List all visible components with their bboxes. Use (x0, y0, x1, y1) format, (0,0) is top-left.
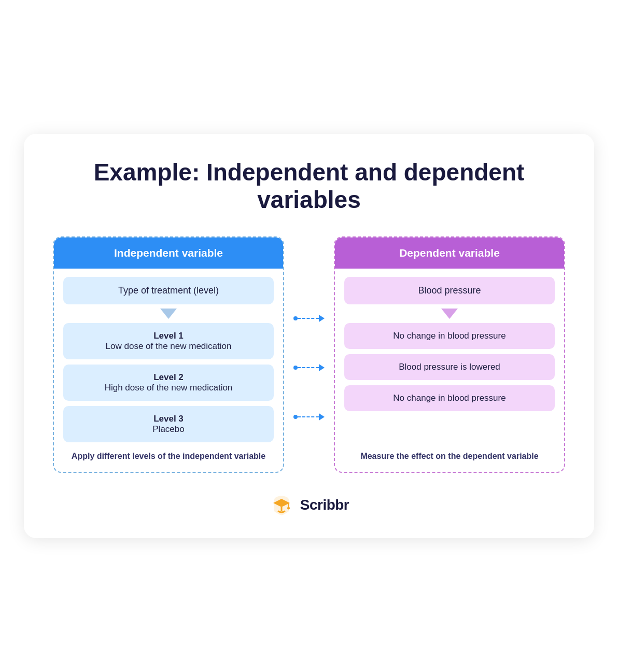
scribbr-name: Scribbr (300, 497, 349, 513)
dashed-line-1 (298, 318, 319, 319)
scribbr-logo-icon (269, 493, 294, 517)
blood-pressure-type-box: Blood pressure (344, 277, 555, 304)
level-3-box: Level 3 Placebo (63, 406, 274, 442)
arrowhead-1 (319, 315, 325, 322)
level-2-label: Level 2 (69, 372, 268, 383)
level-2-box: Level 2 High dose of the new medication (63, 365, 274, 401)
connector-arrow-3 (293, 413, 325, 421)
level-3-label: Level 3 (69, 414, 268, 424)
dot-3 (293, 415, 298, 419)
dot-2 (293, 366, 298, 370)
results-list: No change in blood pressure Blood pressu… (335, 323, 564, 442)
level-1-box: Level 1 Low dose of the new medication (63, 323, 274, 359)
level-1-desc: Low dose of the new medication (106, 341, 232, 351)
left-panel-footer: Apply different levels of the independen… (54, 442, 283, 471)
connector-middle (293, 236, 325, 472)
page-title: Example: Independent and dependent varia… (53, 159, 565, 214)
svg-point-2 (287, 507, 290, 509)
left-down-arrow (54, 309, 283, 319)
arrowhead-3 (319, 413, 325, 421)
independent-variable-header: Independent variable (54, 237, 283, 269)
right-panel: Dependent variable Blood pressure No cha… (334, 236, 565, 472)
dot-1 (293, 316, 298, 320)
level-2-desc: High dose of the new medication (105, 383, 233, 393)
right-panel-footer: Measure the effect on the dependent vari… (335, 442, 564, 471)
level-3-desc: Placebo (152, 424, 184, 434)
dashed-line-3 (298, 416, 319, 417)
arrowhead-2 (319, 364, 325, 371)
levels-list: Level 1 Low dose of the new medication L… (54, 323, 283, 442)
connector-arrow-2 (293, 364, 325, 371)
right-down-arrow (335, 309, 564, 319)
down-arrow-purple-icon (441, 309, 458, 319)
result-3-box: No change in blood pressure (344, 385, 555, 411)
result-2-box: Blood pressure is lowered (344, 354, 555, 380)
left-panel: Independent variable Type of treatment (… (53, 236, 284, 472)
scribbr-footer: Scribbr (53, 493, 565, 517)
diagram-layout: Independent variable Type of treatment (… (53, 236, 565, 472)
main-card: Example: Independent and dependent varia… (24, 134, 594, 538)
connector-arrow-1 (293, 315, 325, 322)
level-1-label: Level 1 (69, 331, 268, 341)
down-arrow-icon (160, 309, 177, 319)
dependent-variable-header: Dependent variable (335, 237, 564, 269)
treatment-type-box: Type of treatment (level) (63, 277, 274, 304)
dashed-line-2 (298, 367, 319, 368)
result-1-box: No change in blood pressure (344, 323, 555, 349)
